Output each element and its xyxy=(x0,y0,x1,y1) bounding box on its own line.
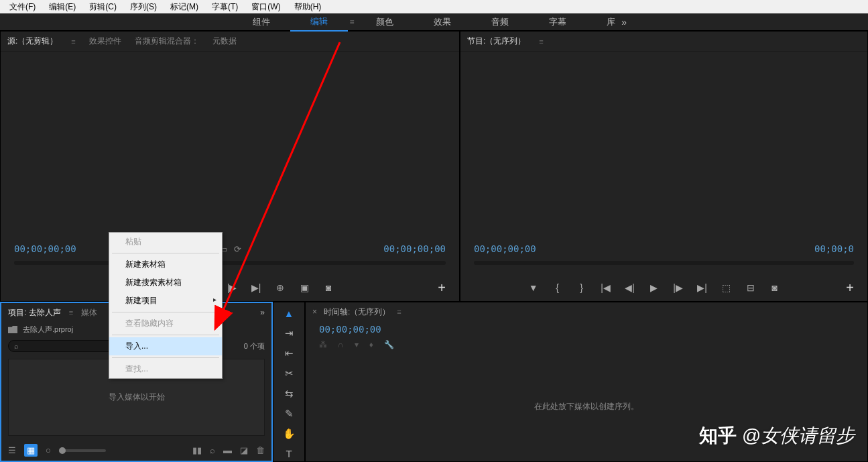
panel-overflow-icon[interactable]: » xyxy=(260,308,265,317)
step-back-icon[interactable]: ◀| xyxy=(624,282,636,293)
track-select-tool-icon[interactable]: ⇥ xyxy=(281,327,297,339)
lift-icon[interactable]: ⬚ xyxy=(721,282,733,293)
workspace-effects[interactable]: 效果 xyxy=(414,13,471,31)
watermark-text: @女侠请留步 xyxy=(742,423,855,449)
workspace-libraries[interactable]: 库 xyxy=(586,13,635,31)
hand-tool-icon[interactable]: ✋ xyxy=(281,428,297,440)
workspace-bar: 组件 编辑 ≡ 颜色 效果 音频 字幕 库 » xyxy=(0,13,868,31)
program-timecode-in[interactable]: 00;00;00;00 xyxy=(474,243,536,254)
watermark: 知乎 @女侠请留步 xyxy=(699,423,855,449)
tab-media-browser[interactable]: 媒体 xyxy=(81,304,97,321)
ctx-new-item[interactable]: 新建项目 ▸ xyxy=(109,292,222,310)
workspace-editing[interactable]: 编辑 xyxy=(290,13,348,32)
workspace-audio[interactable]: 音频 xyxy=(471,13,529,31)
marker-icon[interactable]: ♦ xyxy=(369,340,373,349)
type-tool-icon[interactable]: T xyxy=(281,448,297,459)
menu-file[interactable]: 文件(F) xyxy=(3,0,42,14)
ctx-find: 查找... xyxy=(109,360,222,378)
ctx-paste: 粘贴 xyxy=(109,233,222,251)
new-item-icon[interactable]: ◪ xyxy=(240,445,248,455)
find-icon[interactable]: ⌕ xyxy=(210,445,215,455)
trash-icon[interactable]: 🗑 xyxy=(256,445,265,455)
zoom-slider[interactable] xyxy=(59,449,106,452)
mark-in-icon[interactable]: { xyxy=(552,282,564,293)
timeline-timecode[interactable]: 00;00;00;00 xyxy=(319,324,381,335)
linked-selection-icon[interactable]: ∩ xyxy=(338,340,344,349)
item-count: 0 个项 xyxy=(244,341,265,351)
mark-out-icon[interactable]: } xyxy=(576,282,588,293)
tab-menu-icon[interactable]: ≡ xyxy=(69,308,73,316)
tab-program[interactable]: 节目:（无序列） xyxy=(467,33,525,50)
tab-menu-icon[interactable]: ≡ xyxy=(397,308,401,316)
goto-in-icon[interactable]: |◀ xyxy=(600,282,612,293)
tab-menu-icon[interactable]: ≡ xyxy=(71,38,75,46)
project-filename: 去除人声.prproj xyxy=(23,325,73,335)
menu-marker[interactable]: 标记(M) xyxy=(164,0,205,14)
source-timecode-out[interactable]: 00;00;00;00 xyxy=(383,243,446,254)
menubar: 文件(F) 编辑(E) 剪辑(C) 序列(S) 标记(M) 字幕(T) 窗口(W… xyxy=(0,0,868,13)
add-marker-icon[interactable]: ▼ xyxy=(528,282,540,293)
menu-window[interactable]: 窗口(W) xyxy=(245,0,287,14)
workspace-color[interactable]: 颜色 xyxy=(356,13,414,31)
export-frame-icon[interactable]: ◙ xyxy=(769,282,781,293)
tab-source[interactable]: 源:（无剪辑） xyxy=(7,33,58,50)
ripple-edit-tool-icon[interactable]: ⇤ xyxy=(281,347,297,359)
tab-audio-mixer[interactable]: 音频剪辑混合器： xyxy=(135,33,199,50)
automate-icon[interactable]: ▮▮ xyxy=(192,445,202,455)
menu-clip[interactable]: 剪辑(C) xyxy=(82,0,123,14)
zhihu-logo: 知乎 xyxy=(699,423,737,449)
menu-sequence[interactable]: 序列(S) xyxy=(123,0,164,14)
close-icon[interactable]: × xyxy=(312,307,317,316)
list-view-icon[interactable]: ☰ xyxy=(8,445,16,455)
goto-out-icon[interactable]: ▶| xyxy=(250,282,262,293)
pen-tool-icon[interactable]: ✎ xyxy=(281,408,297,420)
slip-tool-icon[interactable]: ⇆ xyxy=(281,388,297,400)
new-bin-icon[interactable]: ▬ xyxy=(223,445,232,455)
selection-tool-icon[interactable]: ▲ xyxy=(281,308,297,319)
razor-tool-icon[interactable]: ✂ xyxy=(281,367,297,380)
extract-icon[interactable]: ⊟ xyxy=(745,282,757,293)
program-timecode-out[interactable]: 00;00;0 xyxy=(814,243,854,254)
workspace-captions[interactable]: 字幕 xyxy=(529,13,586,31)
settings-icon[interactable]: 🔧 xyxy=(384,340,394,349)
tab-metadata[interactable]: 元数据 xyxy=(212,33,237,50)
ctx-view-hidden: 查看隐藏内容 xyxy=(109,314,222,333)
import-hint: 导入媒体以开始 xyxy=(109,392,165,403)
source-tabs: 源:（无剪辑） ≡ 效果控件 音频剪辑混合器： 元数据 xyxy=(1,32,459,52)
add-marker-icon[interactable]: ▾ xyxy=(355,340,359,349)
source-scrubber[interactable] xyxy=(1,261,459,274)
play-icon[interactable]: ▶ xyxy=(648,282,660,293)
menu-title[interactable]: 字幕(T) xyxy=(205,0,245,14)
freeform-view-icon[interactable]: ○ xyxy=(46,445,51,455)
ctx-import[interactable]: 导入... xyxy=(109,337,222,355)
add-button-icon[interactable]: + xyxy=(846,280,854,296)
ctx-new-bin[interactable]: 新建素材箱 xyxy=(109,255,222,274)
tab-project[interactable]: 项目: 去除人声 xyxy=(8,304,61,321)
ctx-new-search-bin[interactable]: 新建搜索素材箱 xyxy=(109,274,222,292)
source-timecode-in[interactable]: 00;00;00;00 xyxy=(14,243,76,254)
export-frame-icon[interactable]: ◙ xyxy=(322,282,334,293)
context-menu: 粘贴 新建素材箱 新建搜索素材箱 新建项目 ▸ 查看隐藏内容 导入... 查找.… xyxy=(109,232,223,379)
program-scrubber[interactable] xyxy=(460,261,867,274)
insert-icon[interactable]: ⊕ xyxy=(274,282,286,293)
add-button-icon[interactable]: + xyxy=(438,280,446,296)
tab-menu-icon[interactable]: ≡ xyxy=(539,38,543,46)
menu-help[interactable]: 帮助(H) xyxy=(288,0,328,14)
source-transport: { } |◀ ◀| ▶ |▶ ▶| ⊕ ▣ ◙ + xyxy=(1,274,459,301)
icon-view-icon[interactable]: ▦ xyxy=(24,444,38,457)
source-panel: 源:（无剪辑） ≡ 效果控件 音频剪辑混合器： 元数据 00;00;00;00 … xyxy=(0,31,460,302)
program-transport: ▼ { } |◀ ◀| ▶ |▶ ▶| ⬚ ⊟ ◙ + xyxy=(460,274,867,301)
search-input[interactable]: ⌕ xyxy=(8,340,119,352)
menu-edit[interactable]: 编辑(E) xyxy=(42,0,82,14)
step-fwd-icon[interactable]: |▶ xyxy=(672,282,684,293)
step-fwd-icon[interactable]: |▶ xyxy=(226,282,238,293)
workspace-overflow-icon[interactable]: » xyxy=(621,17,627,27)
tab-effect-controls[interactable]: 效果控件 xyxy=(89,33,121,50)
program-tabs: 节目:（无序列） ≡ xyxy=(460,32,867,52)
folder-icon xyxy=(8,326,17,333)
overwrite-icon[interactable]: ▣ xyxy=(298,282,310,293)
workspace-assembly[interactable]: 组件 xyxy=(233,13,290,31)
goto-out-icon[interactable]: ▶| xyxy=(696,282,708,293)
settings-icon[interactable]: ⟳ xyxy=(234,244,241,254)
snap-icon[interactable]: ⁂ xyxy=(319,340,327,349)
